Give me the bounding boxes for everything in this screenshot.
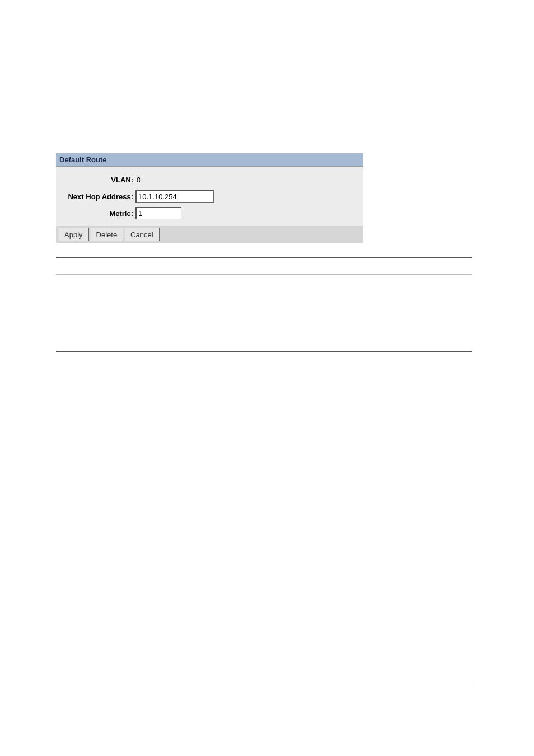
divider-1	[56, 257, 472, 258]
vlan-label: VLAN:	[58, 176, 135, 184]
apply-button[interactable]: Apply	[58, 228, 89, 241]
divider-2	[56, 274, 472, 275]
metric-label: Metric:	[58, 209, 135, 218]
divider-3	[56, 351, 472, 352]
button-row: Apply Delete Cancel	[56, 226, 363, 243]
nexthop-row: Next Hop Address:	[58, 189, 361, 204]
vlan-value: 0	[135, 176, 140, 184]
cancel-button[interactable]: Cancel	[124, 228, 159, 241]
delete-button[interactable]: Delete	[90, 228, 124, 241]
nexthop-input[interactable]	[135, 190, 214, 203]
panel-title: Default Route	[56, 153, 363, 167]
vlan-row: VLAN: 0	[58, 172, 361, 187]
nexthop-label: Next Hop Address:	[58, 192, 135, 201]
panel-body: VLAN: 0 Next Hop Address: Metric:	[56, 167, 363, 226]
divider-4	[56, 689, 472, 689]
default-route-panel: Default Route VLAN: 0 Next Hop Address: …	[56, 153, 363, 243]
metric-row: Metric:	[58, 206, 361, 220]
metric-input[interactable]	[135, 207, 181, 219]
